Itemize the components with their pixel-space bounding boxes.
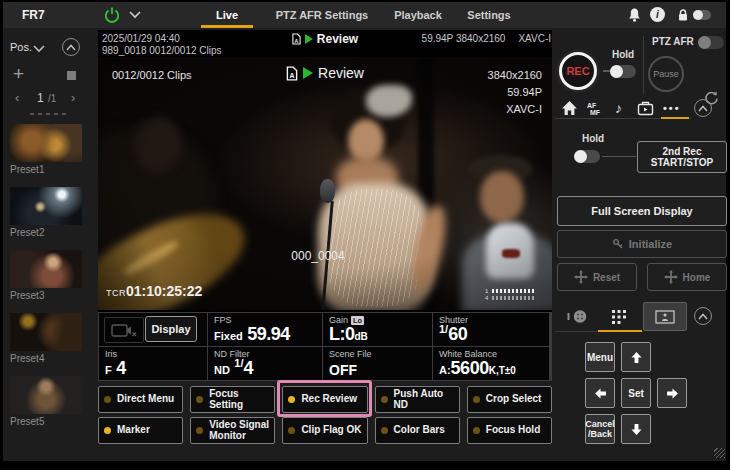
page-next-icon[interactable]: › xyxy=(71,90,75,105)
osd-timecode: TCR01:10:25:22 xyxy=(106,282,202,300)
preset-pagination: ‹ 1 /1 › xyxy=(3,90,95,106)
pause-button[interactable]: Pause xyxy=(648,56,684,92)
iris-cell[interactable]: Iris F 4 xyxy=(99,347,207,380)
rec-hold-toggle[interactable] xyxy=(610,65,636,78)
down-arrow-icon xyxy=(630,423,643,436)
window-resize-grip[interactable] xyxy=(714,448,725,458)
add-preset-button[interactable]: + xyxy=(13,65,31,83)
rec2-hold-toggle[interactable] xyxy=(574,150,600,163)
initialize-label: Initialize xyxy=(629,238,672,250)
gain-unit: dB xyxy=(355,331,368,342)
osd-resolution: 3840x2160 xyxy=(488,67,542,84)
preset-thumbnail[interactable] xyxy=(10,313,82,351)
preset-item-1[interactable]: Preset1 xyxy=(10,124,82,175)
key-icon xyxy=(612,238,624,250)
preset-thumbnail[interactable] xyxy=(10,187,82,225)
button-video-signal-monitor[interactable]: Video Signal Monitor xyxy=(190,417,275,444)
osd-review-label: Review xyxy=(318,65,364,81)
shutter-cell[interactable]: Shutter 1/60 xyxy=(433,313,549,346)
tab-settings[interactable]: Settings xyxy=(452,2,526,28)
notifications-bell-icon[interactable] xyxy=(627,7,642,23)
preset-thumbnail[interactable] xyxy=(10,250,82,288)
active-tab-underline xyxy=(661,117,689,119)
button-rec-review[interactable]: Rec Review xyxy=(282,386,367,413)
framing-tab-button[interactable] xyxy=(643,302,687,331)
button-label: Focus Hold xyxy=(486,425,540,436)
left-button[interactable] xyxy=(585,378,615,408)
more-tab-icon[interactable]: ••• xyxy=(663,102,681,114)
preset-item-3[interactable]: Preset3 xyxy=(10,250,82,301)
home-position-button[interactable]: Home xyxy=(647,263,727,291)
preset-label: Preset5 xyxy=(10,416,82,427)
gain-cell[interactable]: GainLo L:0dB xyxy=(323,313,432,346)
fps-value: 59.94 xyxy=(247,324,290,344)
tab-playback[interactable]: Playback xyxy=(387,2,449,28)
person-frame-icon xyxy=(655,310,675,324)
down-button[interactable] xyxy=(621,414,651,444)
second-rec-line1: 2nd Rec xyxy=(663,146,702,158)
home-icon[interactable] xyxy=(561,100,578,120)
button-marker[interactable]: Marker xyxy=(98,417,183,444)
stop-icon[interactable] xyxy=(67,71,76,80)
toggle-connector xyxy=(602,156,636,157)
wb-value: 5600 xyxy=(451,358,489,378)
rec-button[interactable]: REC xyxy=(559,52,597,90)
white-balance-cell[interactable]: White Balance A:5600K,T±0 xyxy=(433,347,549,380)
button-label: Crop Select xyxy=(486,394,542,405)
af-mf-icon[interactable]: AF MF xyxy=(587,102,600,117)
led-indicator xyxy=(473,427,480,434)
preset-item-5[interactable]: Preset5 xyxy=(10,376,82,427)
power-button[interactable] xyxy=(103,6,121,24)
trackball-tab-icon[interactable] xyxy=(567,309,589,324)
set-button[interactable]: Set xyxy=(621,378,651,408)
cancel-line2: /Back xyxy=(588,429,612,439)
nd-filter-cell[interactable]: ND Filter ND 1/4 xyxy=(208,347,322,380)
dot-grid-tab-icon[interactable] xyxy=(612,310,626,324)
up-button[interactable] xyxy=(621,342,651,372)
ptz-afr-toggle[interactable] xyxy=(698,36,724,49)
button-push-auto-nd[interactable]: Push Auto ND xyxy=(375,386,460,413)
led-indicator xyxy=(473,396,480,403)
button-focus-setting[interactable]: Focus Setting xyxy=(190,386,275,413)
lock-toggle[interactable] xyxy=(693,10,711,20)
page-prev-icon[interactable]: ‹ xyxy=(15,90,19,105)
fps-cell[interactable]: FPS Fixed 59.94 xyxy=(208,313,322,346)
button-clip-flag-ok[interactable]: Clip Flag OK xyxy=(282,417,367,444)
iris-value: 4 xyxy=(116,358,126,378)
reset-button[interactable]: Reset xyxy=(557,263,637,291)
button-color-bars[interactable]: Color Bars xyxy=(375,417,460,444)
button-focus-hold[interactable]: Focus Hold xyxy=(467,417,552,444)
shutter-numerator: 1/ xyxy=(439,323,448,335)
sidebar-collapse-button[interactable] xyxy=(62,38,80,56)
preset-thumbnail[interactable] xyxy=(10,124,82,162)
audio-note-icon[interactable]: ♪ xyxy=(615,100,622,116)
info-icon[interactable]: i xyxy=(650,7,665,22)
button-direct-menu[interactable]: Direct Menu xyxy=(98,386,183,413)
full-screen-display-button[interactable]: Full Screen Display xyxy=(557,196,727,226)
iris-prefix: F xyxy=(105,364,112,376)
panel-collapse-button[interactable] xyxy=(694,99,712,117)
scene-file-cell[interactable]: Scene File OFF xyxy=(323,347,432,380)
initialize-button[interactable]: Initialize xyxy=(557,230,727,258)
preset-group-chevron-down-icon[interactable] xyxy=(33,45,45,53)
preset-thumbnail[interactable] xyxy=(10,376,82,414)
tab-ptz-afr-settings[interactable]: PTZ AFR Settings xyxy=(262,2,382,28)
live-monitor[interactable]: 0012/0012 Clips A Review 3840x2160 59.94… xyxy=(98,57,552,310)
button-crop-select[interactable]: Crop Select xyxy=(467,386,552,413)
preset-group-label[interactable]: Pos. xyxy=(10,41,32,53)
display-button[interactable]: Display xyxy=(145,316,197,342)
tab-live[interactable]: Live xyxy=(197,2,257,28)
monitor-column: 2025/01/29 04:40 989_0018 0012/0012 Clip… xyxy=(95,28,555,452)
lock-icon xyxy=(677,9,689,22)
cancel-back-button[interactable]: Cancel /Back xyxy=(585,414,615,444)
menu-button[interactable]: Menu xyxy=(585,342,615,372)
preset-item-2[interactable]: Preset2 xyxy=(10,187,82,238)
timecode-value: 01:10:25:22 xyxy=(126,283,202,299)
second-rec-button[interactable]: 2nd Rec START/STOP xyxy=(637,141,727,173)
preset-item-4[interactable]: Preset4 xyxy=(10,313,82,364)
svg-text:A: A xyxy=(294,38,298,44)
preset-label: Preset3 xyxy=(10,290,82,301)
power-chevron-down-icon[interactable] xyxy=(129,11,141,19)
pad-collapse-button[interactable] xyxy=(694,307,712,325)
right-button[interactable] xyxy=(657,378,687,408)
